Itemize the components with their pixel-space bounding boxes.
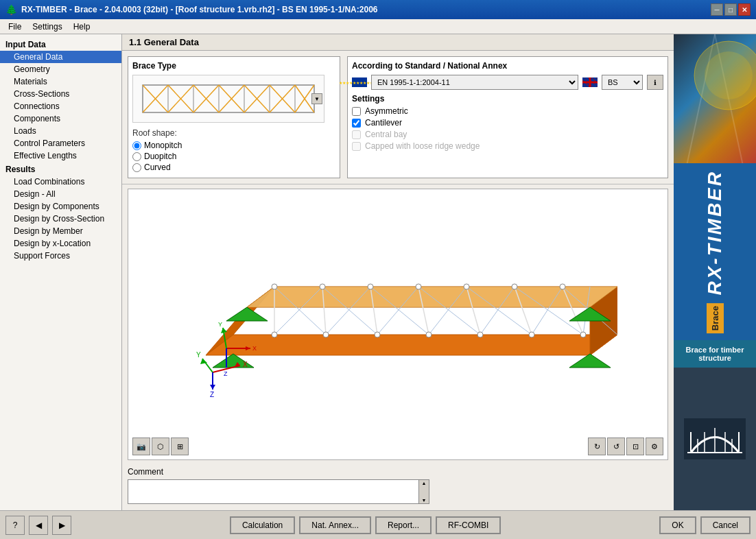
top-form: Brace Type xyxy=(122,51,674,184)
sidebar-item-general-data[interactable]: General Data xyxy=(0,51,121,63)
brand-bg-svg xyxy=(674,34,756,163)
menu-settings[interactable]: Settings xyxy=(27,21,67,33)
3d-view-area[interactable]: X Y Z X Y xyxy=(128,189,668,460)
cantilever-checkbox[interactable] xyxy=(352,119,361,128)
sidebar-item-cross-sections[interactable]: Cross-Sections xyxy=(0,88,121,100)
view-settings-button[interactable]: ⚙ xyxy=(646,438,663,455)
standard-select-row: ★★★★★★★★★★★★ EN 1995-1-1:2004-11 BS ℹ xyxy=(352,75,663,90)
standard-panel-title: According to Standard / National Annex xyxy=(352,61,663,71)
sidebar-item-design-by-cross-section[interactable]: Design by Cross-Section xyxy=(0,213,121,225)
comment-label: Comment xyxy=(128,467,668,477)
ok-button[interactable]: OK xyxy=(659,516,696,534)
svg-point-51 xyxy=(272,284,277,289)
sidebar: Input Data General Data Geometry Materia… xyxy=(0,34,122,510)
sidebar-item-loads[interactable]: Loads xyxy=(0,125,121,137)
svg-point-60 xyxy=(375,332,380,337)
roof-duopitch-option[interactable]: Duopitch xyxy=(132,152,335,161)
standard-info-button[interactable]: ℹ xyxy=(647,75,663,90)
titlebar-controls[interactable]: ─ □ ✕ xyxy=(711,3,751,16)
svg-marker-72 xyxy=(210,385,215,390)
svg-point-62 xyxy=(477,332,483,337)
standard-panel: According to Standard / National Annex ★… xyxy=(347,56,668,178)
rotate-y-button[interactable]: ↺ xyxy=(607,438,625,455)
minimize-button[interactable]: ─ xyxy=(711,3,723,16)
bottom-bar: ? ◀ ▶ Calculation Nat. Annex... Report..… xyxy=(0,510,756,539)
svg-text:Z: Z xyxy=(224,370,228,377)
sidebar-item-connections[interactable]: Connections xyxy=(0,100,121,112)
roof-curved-option[interactable]: Curved xyxy=(132,163,335,172)
comment-textarea[interactable] xyxy=(128,479,429,504)
zoom-fit-button[interactable]: ⊡ xyxy=(626,438,644,455)
brand-logo-area xyxy=(674,368,756,510)
curved-label: Curved xyxy=(144,163,171,172)
curved-radio[interactable] xyxy=(132,163,141,172)
view-toolbar-bottom: 📷 ⬡ ⊞ xyxy=(132,438,189,455)
rotate-x-button[interactable]: ↻ xyxy=(588,438,606,455)
forward-button[interactable]: ▶ xyxy=(52,516,71,535)
sidebar-item-geometry[interactable]: Geometry xyxy=(0,63,121,75)
duopitch-radio[interactable] xyxy=(132,152,141,161)
help-button[interactable]: ? xyxy=(5,516,25,535)
main-layout: Input Data General Data Geometry Materia… xyxy=(0,34,756,510)
svg-text:Z: Z xyxy=(210,391,214,398)
svg-point-63 xyxy=(529,332,534,337)
sidebar-item-design-by-x-location[interactable]: Design by x-Location xyxy=(0,237,121,250)
central-bay-checkbox[interactable] xyxy=(352,130,361,139)
uk-flag-icon xyxy=(582,77,598,87)
sidebar-item-design-by-components[interactable]: Design by Components xyxy=(0,200,121,213)
rf-combi-button[interactable]: RF-COMBI xyxy=(436,516,501,534)
na-select[interactable]: BS xyxy=(602,75,643,90)
results-label: Results xyxy=(0,162,121,176)
calculation-button[interactable]: Calculation xyxy=(230,516,295,534)
monopitch-label: Monopitch xyxy=(144,141,182,150)
brand-photo xyxy=(674,34,756,163)
sidebar-item-design-by-member[interactable]: Design by Member xyxy=(0,225,121,237)
capped-ridge-checkbox[interactable] xyxy=(352,142,361,151)
back-button[interactable]: ◀ xyxy=(29,516,48,535)
svg-text:X: X xyxy=(252,345,257,352)
sidebar-item-load-combinations[interactable]: Load Combinations xyxy=(0,176,121,188)
menu-file[interactable]: File xyxy=(3,21,27,33)
sidebar-item-effective-lengths[interactable]: Effective Lengths xyxy=(0,149,121,162)
section-title: 1.1 General Data xyxy=(122,34,674,51)
brace-type-dropdown[interactable]: ▼ xyxy=(311,93,322,104)
standard-select[interactable]: EN 1995-1-1:2004-11 xyxy=(371,75,578,90)
capped-ridge-row: Capped with loose ridge wedge xyxy=(352,141,663,151)
sidebar-item-design-all[interactable]: Design - All xyxy=(0,188,121,200)
scroll-down[interactable]: ▼ xyxy=(420,498,428,503)
svg-text:X: X xyxy=(243,361,248,368)
svg-point-58 xyxy=(272,332,277,337)
close-button[interactable]: ✕ xyxy=(738,3,751,16)
grid-button[interactable]: ⊞ xyxy=(171,438,189,455)
svg-point-56 xyxy=(512,284,517,289)
monopitch-radio[interactable] xyxy=(132,141,141,150)
maximize-button[interactable]: □ xyxy=(724,3,737,16)
asymmetric-checkbox[interactable] xyxy=(352,107,361,116)
menubar: File Settings Help xyxy=(0,19,756,34)
roof-monopitch-option[interactable]: Monopitch xyxy=(132,141,335,150)
report-button[interactable]: Report... xyxy=(375,516,432,534)
perspective-button[interactable]: ⬡ xyxy=(152,438,169,455)
roof-shape-row: Roof shape: Monopitch Duopitch Curved xyxy=(132,128,335,172)
view-toolbar-right: ↻ ↺ ⊡ ⚙ xyxy=(588,438,663,455)
scroll-up[interactable]: ▲ xyxy=(420,481,428,486)
content-area: 1.1 General Data Brace Type xyxy=(122,34,674,510)
capped-ridge-label: Capped with loose ridge wedge xyxy=(365,141,480,151)
comment-scrollbar[interactable]: ▲ ▼ xyxy=(418,479,429,504)
brace-tag: Brace xyxy=(707,303,724,333)
sidebar-item-components[interactable]: Components xyxy=(0,112,121,125)
brace-preview[interactable]: ▼ xyxy=(132,75,324,123)
3d-view-svg: X Y Z X Y xyxy=(178,245,617,403)
svg-marker-47 xyxy=(226,307,268,321)
menu-help[interactable]: Help xyxy=(68,21,96,33)
camera-button[interactable]: 📷 xyxy=(132,438,150,455)
roof-shape-label: Roof shape: xyxy=(132,128,335,138)
nat-annex-button[interactable]: Nat. Annex... xyxy=(299,516,371,534)
eu-flag-icon: ★★★★★★★★★★★★ xyxy=(352,77,367,87)
svg-point-59 xyxy=(323,332,329,337)
sidebar-item-materials[interactable]: Materials xyxy=(0,75,121,88)
sidebar-item-support-forces[interactable]: Support Forces xyxy=(0,250,121,262)
sidebar-item-control-parameters[interactable]: Control Parameters xyxy=(0,137,121,149)
comment-area: Comment ▲ ▼ xyxy=(122,464,674,510)
cancel-button[interactable]: Cancel xyxy=(700,516,751,534)
